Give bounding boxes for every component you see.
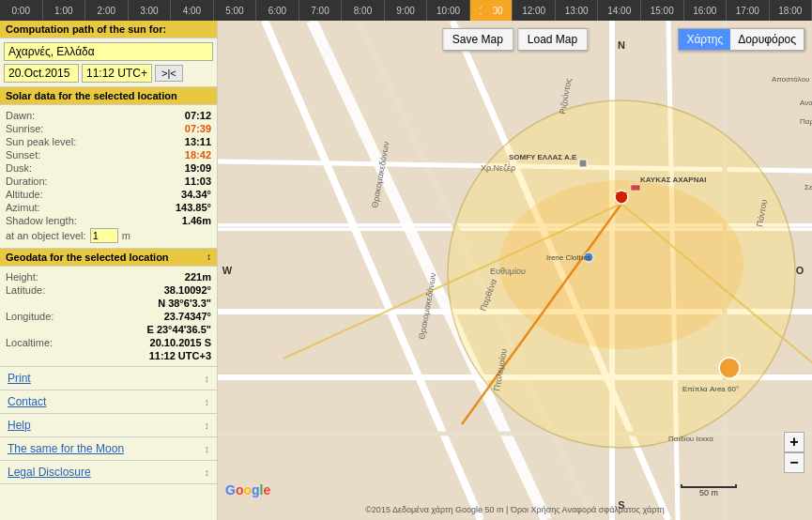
hour-4[interactable]: 4:00 [171,0,214,21]
hour-0[interactable]: 0:00 [0,0,43,21]
hour-7[interactable]: 7:00 [299,0,343,21]
zoom-controls: + − [784,432,804,473]
duration-label: Duration: [6,176,48,187]
date-input[interactable] [4,64,79,83]
location-section: >|< [0,38,217,87]
legal-arrow: ↕ [205,466,210,478]
hour-1[interactable]: 1:00 [43,0,86,21]
menu-print[interactable]: Print ↕ [0,367,217,390]
svg-text:Irene Clothes: Irene Clothes [546,253,591,262]
dusk-label: Dusk: [6,162,32,174]
svg-text:Αποστόλου Παύλου: Αποστόλου Παύλου [772,75,812,84]
object-level-input[interactable] [90,228,118,243]
hour-8[interactable]: 8:00 [342,0,385,21]
contact-label: Contact [8,395,46,408]
altitude-value: 34.34° [181,189,211,200]
sun-peak-label: Sun peak level: [6,136,76,147]
svg-text:N: N [618,39,625,51]
moon-label: The same for the Moon [8,442,124,455]
svg-text:ΚΑΥΚΑΣ ΑΧΑΡΝΑΙ: ΚΑΥΚΑΣ ΑΧΑΡΝΑΙ [640,176,706,184]
svg-text:SOMFY ΕΛΛΑΣ Α.Ε: SOMFY ΕΛΛΑΣ Α.Ε [509,153,577,161]
hour-16[interactable]: 16:00 [684,0,728,21]
altitude-label: Altitude: [6,189,43,200]
legal-label: Legal Disclosure [8,466,91,479]
timeline-bar[interactable]: 0:00 1:00 2:00 3:00 4:00 5:00 6:00 7:00 … [0,0,812,21]
sunset-value: 18:42 [185,149,211,161]
localtime-value: 20.10.2015 S [150,337,211,348]
map-background: Θρακομακεδόνων Ριζούντος Χρ.Νεζέρ Ευθυμί… [218,21,812,520]
hour-6[interactable]: 6:00 [256,0,299,21]
object-level-label: at an object level: [6,230,86,241]
hour-17[interactable]: 17:00 [727,0,770,21]
object-level-unit: m [122,230,130,241]
height-value: 221m [185,271,211,283]
help-label: Help [8,419,31,432]
sunrise-value: 07:39 [185,123,211,134]
map-type-toggle: Χάρτης Δορυφόρος [678,28,804,51]
azimut-value: 143.85° [176,202,211,213]
latitude-value: 38.10092° [164,284,211,296]
print-arrow: ↕ [205,373,210,384]
duration-value: 11:03 [185,176,211,187]
svg-text:Χρ.Νεζέρ: Χρ.Νεζέρ [481,163,515,173]
svg-text:Σελλασίας: Σελλασίας [804,183,812,191]
scale-bar: 50 m [681,484,737,497]
moon-arrow: ↕ [205,443,210,454]
zoom-in-button[interactable]: + [784,432,804,452]
longitude-dms-value: E 23°44'36.5" [146,324,211,335]
hour-10[interactable]: 10:00 [427,0,470,21]
longitude-value: 23.74347° [164,311,211,322]
height-label: Height: [6,271,38,283]
svg-text:O: O [796,265,804,276]
svg-text:Παραμυθιά: Παραμυθιά [800,117,812,126]
dawn-label: Dawn: [6,110,35,121]
load-map-button[interactable]: Load Map [517,28,588,51]
hour-2[interactable]: 2:00 [85,0,129,21]
map-type-satellite[interactable]: Δορυφόρος [730,29,804,50]
menu-moon[interactable]: The same for the Moon ↕ [0,437,217,461]
computation-header: Computation path of the sun for: [0,21,217,38]
left-panel: Computation path of the sun for: >|< Sol… [0,21,218,520]
menu-contact[interactable]: Contact ↕ [0,390,217,414]
hour-12[interactable]: 12:00 [513,0,556,21]
zoom-out-button[interactable]: − [784,452,804,473]
hour-5[interactable]: 5:00 [214,0,257,21]
bottom-menu: Print ↕ Contact ↕ Help ↕ The same for th… [0,367,217,520]
svg-point-21 [719,358,740,378]
hour-14[interactable]: 14:00 [598,0,641,21]
timeline-indicator [481,4,494,17]
hour-18[interactable]: 18:00 [770,0,812,21]
latitude-dms-value: N 38°6'3.3" [158,298,211,309]
menu-help[interactable]: Help ↕ [0,414,217,437]
shadow-length-label: Shadow length: [6,215,77,226]
localtime-label: Localtime: [6,337,53,348]
solar-section-header: Solar data for the selected location [0,87,217,105]
save-map-button[interactable]: Save Map [442,28,513,51]
longitude-label: Longitude: [6,311,54,322]
shadow-length-value: 1.46m [182,215,211,226]
map-area[interactable]: Θρακομακεδόνων Ριζούντος Χρ.Νεζέρ Ευθυμί… [218,21,812,520]
latitude-label: Latitude: [6,284,45,296]
hour-13[interactable]: 13:00 [556,0,599,21]
menu-legal[interactable]: Legal Disclosure ↕ [0,461,217,484]
svg-rect-22 [579,160,587,167]
svg-text:Αναταλής: Αναταλής [800,99,812,107]
svg-text:Επίπλα Area 60°: Επίπλα Area 60° [682,385,739,393]
geodata-title: Geodata for the selected location [6,252,169,263]
svg-text:Παιδίου Ιεκκα: Παιδίου Ιεκκα [668,435,713,443]
dusk-value: 19:09 [185,162,211,174]
map-type-map[interactable]: Χάρτης [679,29,730,50]
location-input[interactable] [4,42,213,61]
dawn-value: 07:12 [185,110,211,121]
map-svg: Θρακομακεδόνων Ριζούντος Χρ.Νεζέρ Ευθυμί… [218,21,812,520]
time-input[interactable] [82,64,152,83]
geodata-icon[interactable]: ↕ [207,252,211,263]
help-arrow: ↕ [205,420,210,431]
hour-15[interactable]: 15:00 [641,0,684,21]
hour-9[interactable]: 9:00 [385,0,428,21]
play-button[interactable]: >|< [155,65,183,82]
azimut-label: Azimut: [6,202,40,213]
scale-label: 50 m [699,488,718,497]
hour-3[interactable]: 3:00 [129,0,172,21]
google-logo: Google [225,482,270,497]
